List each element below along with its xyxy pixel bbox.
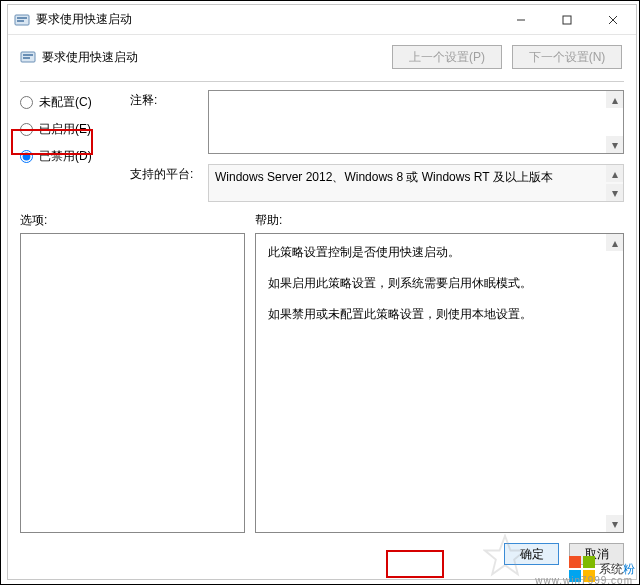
svg-rect-4 [563, 16, 571, 24]
star-decoration-icon [483, 534, 527, 578]
radio-enabled[interactable] [20, 123, 33, 136]
state-radio-group: 未配置(C) 已启用(E) 已禁用(D) [20, 90, 130, 202]
svg-rect-2 [17, 20, 24, 22]
watermark-url: www.win7999.com [535, 575, 633, 585]
svg-rect-1 [17, 17, 27, 19]
help-text-line: 此策略设置控制是否使用快速启动。 [268, 244, 611, 261]
scroll-up-icon[interactable]: ▴ [606, 234, 623, 251]
comment-label: 注释: [130, 90, 200, 109]
help-text-line: 如果禁用或未配置此策略设置，则使用本地设置。 [268, 306, 611, 323]
comment-textarea[interactable]: ▴ ▾ [208, 90, 624, 154]
supported-platforms: Windows Server 2012、Windows 8 或 Windows … [208, 164, 624, 202]
svg-marker-10 [485, 536, 525, 575]
scroll-down-icon[interactable]: ▾ [606, 515, 623, 532]
minimize-button[interactable] [498, 5, 544, 35]
svg-rect-9 [23, 57, 30, 59]
radio-not-configured-label[interactable]: 未配置(C) [39, 94, 92, 111]
options-pane [20, 233, 245, 533]
policy-editor-window: 要求使用快速启动 要求使用快速启动 上一个设置(P) 下一个设置(N) [7, 4, 637, 580]
button-bar: 确定 取消 [8, 533, 636, 575]
policy-icon [20, 49, 36, 65]
window-title: 要求使用快速启动 [36, 11, 498, 28]
scroll-down-icon[interactable]: ▾ [606, 136, 623, 153]
help-pane: 此策略设置控制是否使用快速启动。 如果启用此策略设置，则系统需要启用休眠模式。 … [255, 233, 624, 533]
scroll-up-icon[interactable]: ▴ [606, 91, 623, 108]
svg-rect-8 [23, 54, 33, 56]
help-label: 帮助: [255, 212, 624, 229]
radio-enabled-label[interactable]: 已启用(E) [39, 121, 91, 138]
close-button[interactable] [590, 5, 636, 35]
scroll-down-icon[interactable]: ▾ [606, 184, 623, 201]
policy-icon [14, 12, 30, 28]
policy-header: 要求使用快速启动 上一个设置(P) 下一个设置(N) [8, 35, 636, 75]
policy-name: 要求使用快速启动 [42, 49, 392, 66]
help-text-line: 如果启用此策略设置，则系统需要启用休眠模式。 [268, 275, 611, 292]
previous-setting-button[interactable]: 上一个设置(P) [392, 45, 502, 69]
options-label: 选项: [20, 212, 255, 229]
next-setting-button[interactable]: 下一个设置(N) [512, 45, 622, 69]
radio-disabled-label[interactable]: 已禁用(D) [39, 148, 92, 165]
titlebar: 要求使用快速启动 [8, 5, 636, 35]
radio-disabled[interactable] [20, 150, 33, 163]
maximize-button[interactable] [544, 5, 590, 35]
radio-not-configured[interactable] [20, 96, 33, 109]
scroll-up-icon[interactable]: ▴ [606, 165, 623, 182]
supported-label: 支持的平台: [130, 164, 200, 183]
